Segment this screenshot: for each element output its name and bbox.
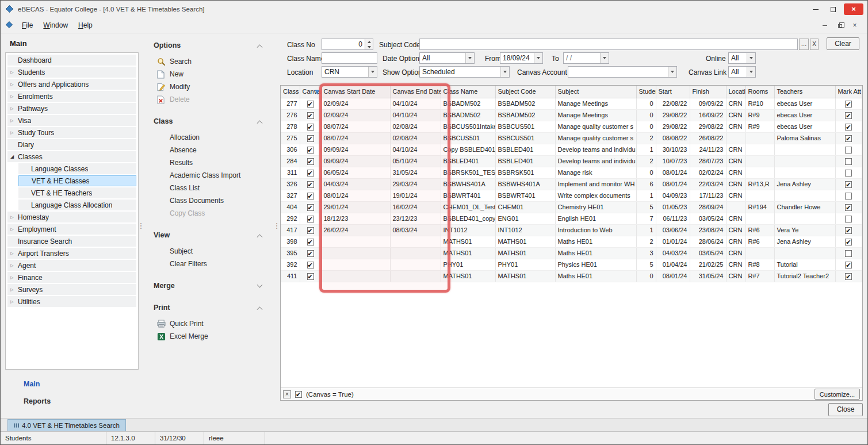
mdi-close-button[interactable]: ×: [850, 21, 859, 30]
to-date-input[interactable]: / /: [563, 52, 609, 64]
tree-collapsed-icon[interactable]: ▷: [7, 251, 17, 256]
mark-att-checkbox[interactable]: [845, 135, 852, 142]
action-search[interactable]: Search: [152, 55, 267, 68]
mark-att-checkbox[interactable]: [845, 216, 852, 222]
tree-collapsed-icon[interactable]: ▷: [7, 94, 17, 99]
canvas-checkbox[interactable]: [307, 158, 314, 165]
mark-att-checkbox[interactable]: [845, 124, 852, 131]
mark-att-checkbox[interactable]: [845, 158, 852, 165]
tree-collapsed-icon[interactable]: ▷: [7, 106, 17, 111]
grid-row[interactable]: 41726/02/2408/03/24INT1012INT1012Introdu…: [281, 224, 862, 236]
action-quick-print[interactable]: Quick Print: [152, 317, 267, 330]
column-header-canvas[interactable]: Canvas: [300, 86, 321, 98]
sidebar-item-vet-he-classes[interactable]: VET & HE Classes: [18, 175, 136, 186]
grid-row[interactable]: 398MATHS01MATHS01Maths HE01201/01/2428/0…: [281, 236, 862, 247]
tree-expanded-icon[interactable]: ◢: [7, 154, 17, 159]
nav-group-reports[interactable]: Reports: [5, 393, 133, 410]
close-button[interactable]: Close: [828, 403, 863, 416]
action-class-documents[interactable]: Class Documents: [152, 194, 267, 207]
grid-row[interactable]: 32604/03/2429/03/24BSBWHS401ABSBWHS401AI…: [281, 178, 862, 190]
sidebar-item-homestay[interactable]: ▷Homestay: [7, 212, 136, 222]
location-select[interactable]: CRN: [322, 66, 377, 78]
sidebar-item-insurance-search[interactable]: Insurance Search: [7, 236, 136, 247]
column-header-rooms[interactable]: Rooms: [745, 86, 774, 98]
action-subject[interactable]: Subject: [152, 245, 267, 258]
menu-help[interactable]: Help: [73, 18, 98, 33]
tree-collapsed-icon[interactable]: ▷: [7, 215, 17, 220]
column-header-teachers[interactable]: Teachers: [774, 86, 835, 98]
grid-row[interactable]: 27602/09/2404/10/24BSBADM502BSBADM502Man…: [281, 109, 862, 121]
grid-row[interactable]: 392PHY01PHY01Physics HE01501/04/2421/02/…: [281, 259, 862, 270]
canvas-checkbox[interactable]: [307, 204, 314, 211]
grid-row[interactable]: 27508/07/2402/08/24BSBCUS501BSBCUS501Man…: [281, 132, 862, 144]
date-option-select[interactable]: All: [419, 52, 475, 64]
from-date-input[interactable]: 18/09/24: [500, 52, 543, 64]
canvas-checkbox[interactable]: [307, 250, 314, 257]
remove-filter-button[interactable]: ×: [283, 390, 291, 398]
canvas-checkbox[interactable]: [307, 124, 314, 131]
menu-window[interactable]: Window: [38, 18, 73, 33]
tree-collapsed-icon[interactable]: ▷: [7, 82, 17, 87]
class-no-input[interactable]: 0: [322, 39, 373, 50]
spinner-buttons[interactable]: [365, 39, 373, 49]
tree-collapsed-icon[interactable]: ▷: [7, 131, 17, 135]
subject-code-input[interactable]: [419, 39, 798, 50]
column-header-class[interactable]: Class: [281, 86, 300, 98]
sidebar-item-agent[interactable]: ▷Agent: [7, 260, 136, 271]
close-window-button[interactable]: ×: [844, 3, 863, 15]
tree-collapsed-icon[interactable]: ▷: [7, 70, 17, 75]
action-results[interactable]: Results: [152, 156, 267, 169]
class-name-input[interactable]: [322, 52, 377, 64]
canvas-checkbox[interactable]: [307, 262, 314, 268]
filter-enabled-checkbox[interactable]: [295, 391, 302, 398]
sidebar-item-students[interactable]: ▷Students: [7, 67, 136, 78]
grid-row[interactable]: 40429/01/2416/02/24CHEM01_DL_Test_CHEM01…: [281, 201, 862, 213]
canvas-checkbox[interactable]: [307, 147, 314, 154]
canvas-checkbox[interactable]: [307, 135, 314, 142]
action-absence[interactable]: Absence: [152, 144, 267, 156]
action-excel-merge[interactable]: Excel Merge: [152, 330, 267, 343]
mark-att-checkbox[interactable]: [845, 239, 852, 245]
section-header-print[interactable]: Print: [152, 301, 267, 314]
maximize-button[interactable]: [824, 1, 842, 18]
tree-collapsed-icon[interactable]: ▷: [7, 287, 17, 292]
section-header-view[interactable]: View: [152, 229, 267, 241]
grid-row[interactable]: 28409/09/2405/10/24BSBLED401BSBLED401Dev…: [281, 155, 862, 167]
canvas-link-select[interactable]: All: [728, 66, 756, 78]
filter-funnel-icon[interactable]: [315, 89, 320, 96]
subject-code-clear-button[interactable]: X: [810, 39, 819, 50]
mark-att-checkbox[interactable]: [845, 273, 852, 280]
mark-att-checkbox[interactable]: [845, 227, 852, 234]
grid-row[interactable]: 395MATHS01MATHS01Maths HE01304/03/2403/0…: [281, 247, 862, 259]
canvas-checkbox[interactable]: [307, 112, 314, 119]
sidebar-item-airport-transfers[interactable]: ▷Airport Transfers: [7, 248, 136, 259]
online-select[interactable]: All: [728, 52, 756, 64]
clear-button[interactable]: Clear: [827, 37, 859, 50]
canvas-checkbox[interactable]: [307, 101, 314, 108]
column-header-locati[interactable]: Locati: [726, 86, 745, 98]
subject-code-ellipsis-button[interactable]: …: [799, 39, 809, 50]
canvas-checkbox[interactable]: [307, 170, 314, 177]
mark-att-checkbox[interactable]: [845, 193, 852, 200]
sidebar-item-study-tours[interactable]: ▷Study Tours: [7, 127, 136, 138]
sidebar-item-language-class-allocation[interactable]: Language Class Allocation: [18, 200, 136, 210]
show-option-select[interactable]: Scheduled: [419, 66, 510, 78]
sidebar-item-visa[interactable]: ▷Visa: [7, 115, 136, 126]
column-header-subject[interactable]: Subject: [555, 86, 636, 98]
menu-file[interactable]: File: [17, 18, 38, 33]
sidebar-item-finance[interactable]: ▷Finance: [7, 272, 136, 283]
mark-att-checkbox[interactable]: [845, 250, 852, 257]
column-header-student[interactable]: Student: [636, 86, 656, 98]
grid-row[interactable]: 411MATHS01MATHS01Maths HE01008/01/2431/0…: [281, 270, 862, 282]
canvas-checkbox[interactable]: [307, 181, 314, 188]
grid-row[interactable]: 29218/12/2323/12/23BSBLED401_copyENG01En…: [281, 213, 862, 224]
section-header-merge[interactable]: Merge: [152, 279, 267, 292]
mark-att-checkbox[interactable]: [845, 147, 852, 154]
column-header-subject-code[interactable]: Subject Code: [495, 86, 555, 98]
mark-att-checkbox[interactable]: [845, 101, 852, 108]
mark-att-checkbox[interactable]: [845, 112, 852, 119]
column-header-mark-att[interactable]: Mark Att: [835, 86, 862, 98]
sidebar-item-vet-he-teachers[interactable]: VET & HE Teachers: [18, 187, 136, 198]
section-header-options[interactable]: Options: [152, 39, 267, 52]
sidebar-item-dashboard[interactable]: Dashboard: [7, 55, 136, 66]
